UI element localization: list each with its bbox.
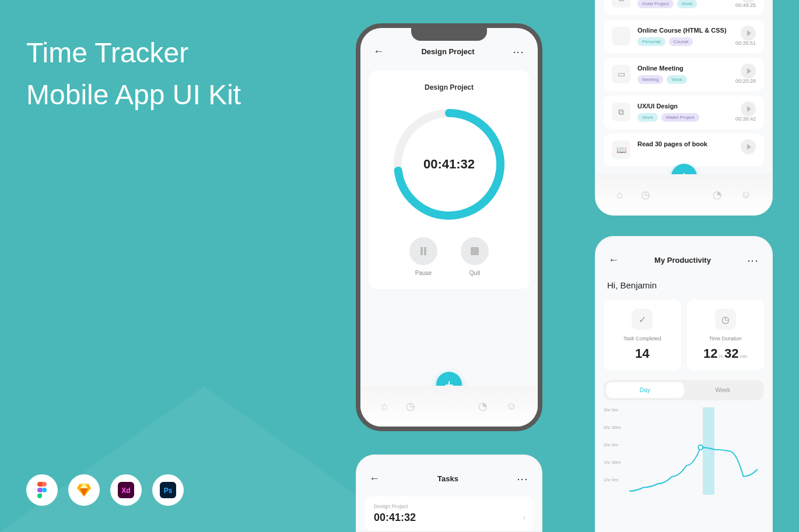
title-line-2: Mobile App UI Kit	[26, 74, 241, 116]
task-time: 00:35:51	[735, 40, 756, 46]
home-icon[interactable]: ⌂	[381, 400, 388, 413]
task-time: 00:38:42	[735, 116, 756, 122]
segment-week[interactable]: Week	[684, 382, 762, 398]
task-item[interactable]: ▭ Online Meeting MeetingWork 00:20:28	[604, 58, 764, 91]
home-icon[interactable]: ⌂	[616, 189, 623, 201]
task-tag: Work	[677, 0, 698, 8]
play-button[interactable]	[741, 139, 756, 154]
phone-notch	[646, 237, 722, 249]
task-type-icon: 📖	[612, 140, 630, 159]
play-button[interactable]	[741, 64, 756, 79]
task-item[interactable]: 📖 Read 30 pages of book	[604, 133, 764, 166]
segment-day[interactable]: Day	[606, 382, 684, 398]
task-tag: Hotel Project	[637, 0, 674, 8]
xd-icon: Xd	[110, 474, 142, 506]
task-tag: Work	[667, 75, 687, 84]
back-arrow-icon[interactable]: ←	[373, 45, 384, 58]
profile-icon[interactable]: ☺	[741, 189, 751, 201]
sketch-icon	[68, 474, 100, 506]
svg-text:Ps: Ps	[164, 487, 173, 495]
quit-control: Quit	[461, 237, 489, 276]
chart-y-label: 1hr 30m	[604, 460, 621, 465]
more-menu-icon[interactable]: ⋮	[512, 47, 525, 57]
stat-value: 12 hr 32 min	[693, 346, 759, 361]
clock-icon[interactable]: ◷	[406, 400, 415, 413]
progress-ring: 00:41:32	[388, 103, 510, 226]
bg-triangle	[0, 386, 408, 532]
chart-y-label: 3hr 0m	[604, 407, 618, 413]
task-tag: Personal	[637, 37, 665, 46]
stat-label: Time Duration	[693, 336, 759, 341]
chart-svg	[629, 407, 763, 495]
check-icon: ✓	[632, 309, 653, 330]
clock-icon[interactable]: ◷	[641, 188, 650, 201]
back-arrow-icon[interactable]: ←	[608, 254, 619, 266]
svg-rect-7	[420, 247, 423, 255]
stat-value: 14	[609, 346, 675, 361]
svg-text:Xd: Xd	[121, 487, 130, 495]
figma-icon	[26, 474, 58, 506]
timer-controls: Pause Quit	[381, 237, 517, 276]
stat-cards: ✓ Task Completed 14 ◷ Time Duration 12 h…	[604, 300, 764, 371]
phone-productivity-screen: ← My Productivity ⋮ Hi, Benjamin ✓ Task …	[595, 236, 773, 532]
ps-icon: Ps	[152, 474, 184, 506]
play-button[interactable]	[741, 26, 756, 41]
phone-tasks-header-screen: ← Tasks ⋮ Design Project 00:41:32 ›	[356, 455, 542, 532]
bottom-nav: ⌂ ◷ ◔ ☺	[595, 174, 772, 215]
header-title: Design Project	[421, 47, 474, 56]
task-time: 00:20:28	[735, 78, 756, 84]
chart-y-label: 2hr 30m	[604, 425, 621, 430]
chevron-right-icon: ›	[523, 513, 525, 522]
phone-notch	[411, 28, 487, 41]
phone-tasks-screen: ⧉ UX/UI Design Hotel ProjectWork 00:49:2…	[595, 0, 773, 216]
task-row-time: 00:41:32	[374, 512, 524, 524]
greeting: Hi, Benjamin	[607, 280, 761, 290]
pause-control: Pause	[409, 237, 437, 276]
header-title: My Productivity	[654, 256, 711, 265]
task-time: 00:49:25	[735, 2, 756, 8]
svg-rect-10	[703, 407, 714, 495]
task-item[interactable]: ⧉ UX/UI Design Hotel ProjectWork 00:49:2…	[604, 0, 764, 15]
phone-notch	[411, 455, 487, 468]
task-type-icon: ⧉	[612, 0, 630, 8]
task-row[interactable]: Design Project 00:41:32 ›	[365, 496, 534, 531]
app-icons: Xd Ps	[26, 474, 184, 506]
productivity-chart: 3hr 0m2hr 30m2hr 0m1hr 30m1hr 0m	[604, 407, 764, 495]
pause-label: Pause	[409, 270, 437, 276]
quit-label: Quit	[461, 270, 489, 276]
stat-label: Task Completed	[609, 336, 675, 341]
task-item[interactable]: Online Course (HTML & CSS) PersonalCours…	[604, 20, 764, 53]
bottom-nav: ⌂ ◷ ◔ ☺	[360, 386, 538, 427]
task-name: Online Course (HTML & CSS)	[637, 27, 756, 34]
chart-y-label: 1hr 0m	[604, 477, 618, 482]
svg-rect-8	[424, 247, 426, 255]
task-tag: Meeting	[637, 75, 663, 84]
stat-duration-card: ◷ Time Duration 12 hr 32 min	[687, 300, 765, 371]
quit-button[interactable]	[461, 237, 489, 265]
timer-display: 00:41:32	[423, 157, 475, 172]
timer-card: Design Project 00:41:32 Pause Quit	[369, 71, 530, 289]
page-title: Time Tracker Mobile App UI Kit	[26, 32, 241, 116]
phone-timer-screen: ← Design Project ⋮ Design Project 00:41:…	[356, 23, 542, 431]
pause-button[interactable]	[409, 237, 437, 265]
task-item[interactable]: ⧉ UX/UI Design WorkWallet Project 00:38:…	[604, 96, 764, 129]
chart-y-label: 2hr 0m	[604, 442, 618, 448]
svg-point-11	[698, 445, 703, 450]
clock-icon: ◷	[715, 309, 736, 330]
back-arrow-icon[interactable]: ←	[369, 473, 380, 485]
task-name: UX/UI Design	[637, 103, 756, 110]
play-button[interactable]	[741, 101, 756, 117]
more-menu-icon[interactable]: ⋮	[516, 474, 529, 484]
profile-icon[interactable]: ☺	[506, 400, 517, 413]
minutes: 32	[724, 346, 738, 361]
chart-icon[interactable]: ◔	[713, 188, 722, 201]
chart-icon[interactable]: ◔	[478, 400, 488, 413]
task-tag: Course	[669, 37, 693, 46]
segment-control: Day Week	[604, 380, 764, 400]
task-type-icon	[612, 27, 630, 45]
title-line-1: Time Tracker	[26, 32, 241, 74]
more-menu-icon[interactable]: ⋮	[747, 256, 759, 265]
svg-rect-9	[471, 247, 479, 255]
task-name: Read 30 pages of book	[637, 140, 756, 147]
task-tag: Work	[637, 113, 658, 122]
